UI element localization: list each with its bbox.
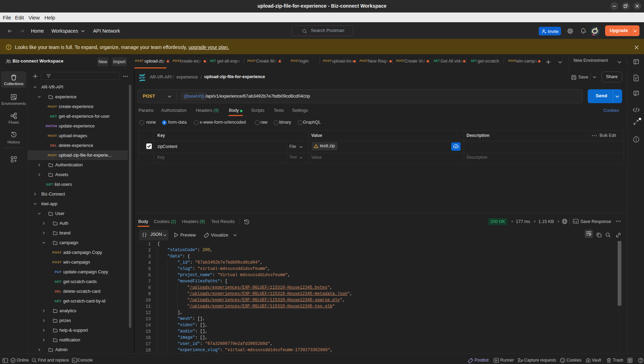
svg-text:e.g: e.g (574, 220, 577, 223)
svg-text:HTTP: HTTP (139, 76, 145, 80)
